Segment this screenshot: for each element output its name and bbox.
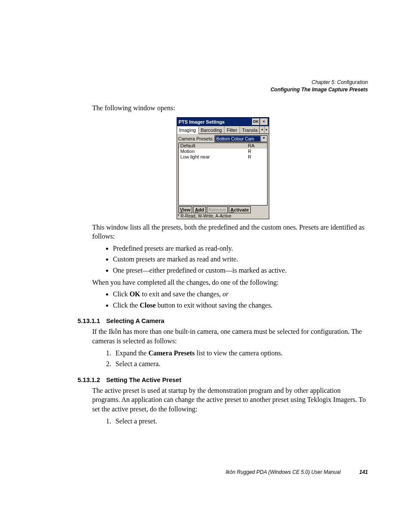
numbered-list-1: Expand the Camera Presets list to view t… bbox=[92, 348, 368, 369]
preset-name[interactable]: Motion bbox=[179, 149, 246, 154]
preset-flags: R bbox=[246, 149, 267, 154]
bullet-item: Custom presets are marked as read and wr… bbox=[113, 255, 368, 264]
paragraph: When you have completed all the changes,… bbox=[92, 278, 368, 287]
preset-flags: RA bbox=[246, 143, 267, 149]
ok-button[interactable]: OK bbox=[252, 118, 260, 125]
bullet-list-1: Predefined presets are marked as read-on… bbox=[92, 244, 368, 275]
section-heading-1: 5.13.1.1Selecting A Camera bbox=[78, 317, 368, 324]
window-legend: * R-Read, W-Write, A-Active bbox=[177, 214, 269, 219]
remove-button: Remove bbox=[207, 206, 228, 213]
list-step: Select a preset. bbox=[113, 417, 368, 426]
numbered-list-2: Select a preset. bbox=[92, 417, 368, 426]
bullet-item: Click OK to exit and save the changes, o… bbox=[113, 289, 368, 299]
preset-name[interactable]: Low light near bbox=[179, 154, 246, 160]
section-heading-2: 5.13.1.2Setting The Active Preset bbox=[78, 376, 368, 383]
dropdown-value: Bottom Colour Cam bbox=[215, 136, 260, 142]
pts-imager-window: PTS Imager Settings OK × Imaging Barcodi… bbox=[177, 117, 269, 219]
section-number: 5.13.1.2 bbox=[78, 376, 100, 383]
list-item: Default RA bbox=[179, 143, 267, 149]
tab-filter[interactable]: Filter bbox=[224, 126, 240, 134]
add-button[interactable]: Add bbox=[193, 206, 206, 213]
bullet-list-2: Click OK to exit and save the changes, o… bbox=[92, 289, 368, 310]
tab-scroll-right[interactable]: ▸ bbox=[264, 126, 269, 134]
header-chapter: Chapter 5: Configuration bbox=[271, 79, 368, 86]
camera-presets-row: Camera Presets: Bottom Colour Cam ▼ bbox=[178, 135, 268, 142]
page-header: Chapter 5: Configuration Configuring The… bbox=[271, 79, 368, 93]
list-step: Expand the Camera Presets list to view t… bbox=[113, 348, 368, 358]
camera-presets-label: Camera Presets: bbox=[178, 136, 214, 141]
window-panel: Camera Presets: Bottom Colour Cam ▼ Defa… bbox=[177, 134, 269, 214]
tab-translate[interactable]: Transla bbox=[240, 126, 259, 134]
page: Chapter 5: Configuration Configuring The… bbox=[0, 0, 411, 532]
intro-text: The following window opens: bbox=[92, 103, 368, 113]
section-title: Setting The Active Preset bbox=[106, 376, 181, 383]
list-item: Motion R bbox=[179, 149, 267, 154]
header-section: Configuring The Image Capture Presets bbox=[271, 86, 368, 93]
paragraph: The active preset is used at startup by … bbox=[92, 386, 368, 414]
section-1-body: If the Ikôn has more than one built-in c… bbox=[92, 327, 368, 368]
body-content: This window lists all the presets, both … bbox=[92, 223, 368, 310]
dropdown-arrow-icon: ▼ bbox=[261, 136, 267, 142]
tab-barcoding[interactable]: Barcoding bbox=[199, 126, 225, 134]
preset-name[interactable]: Default bbox=[179, 143, 246, 149]
tab-scroll-left[interactable]: ◂ bbox=[259, 126, 264, 134]
window-title: PTS Imager Settings bbox=[179, 119, 252, 124]
close-button[interactable]: × bbox=[260, 118, 268, 125]
section-number: 5.13.1.1 bbox=[78, 317, 100, 324]
footer-text: Ikôn Rugged PDA (Windows CE 5.0) User Ma… bbox=[226, 469, 341, 475]
paragraph: This window lists all the presets, both … bbox=[92, 223, 368, 241]
section-2-body: The active preset is used at startup by … bbox=[92, 386, 368, 426]
list-item: Low light near R bbox=[179, 154, 267, 160]
bullet-item: One preset—either predefined or custom—i… bbox=[113, 266, 368, 275]
preset-flags: R bbox=[246, 154, 267, 160]
paragraph: If the Ikôn has more than one built-in c… bbox=[92, 327, 368, 345]
camera-presets-dropdown[interactable]: Bottom Colour Cam ▼ bbox=[215, 135, 267, 142]
list-step: Select a camera. bbox=[113, 359, 368, 369]
window-titlebar: PTS Imager Settings OK × bbox=[177, 118, 269, 126]
tab-imaging[interactable]: Imaging bbox=[177, 126, 199, 134]
tab-strip: Imaging Barcoding Filter Transla ◂ ▸ bbox=[177, 126, 269, 134]
page-footer: Ikôn Rugged PDA (Windows CE 5.0) User Ma… bbox=[0, 469, 368, 475]
activate-button[interactable]: Activate bbox=[229, 206, 251, 213]
section-title: Selecting A Camera bbox=[106, 317, 164, 324]
presets-listbox[interactable]: Default RA Motion R Low light near R bbox=[178, 143, 268, 205]
bullet-item: Predefined presets are marked as read-on… bbox=[113, 244, 368, 253]
view-button[interactable]: View bbox=[178, 206, 193, 213]
window-toolbar: View Add Remove Activate bbox=[178, 206, 268, 213]
bullet-item: Click the Close button to exit without s… bbox=[113, 301, 368, 310]
page-number: 141 bbox=[359, 469, 368, 475]
